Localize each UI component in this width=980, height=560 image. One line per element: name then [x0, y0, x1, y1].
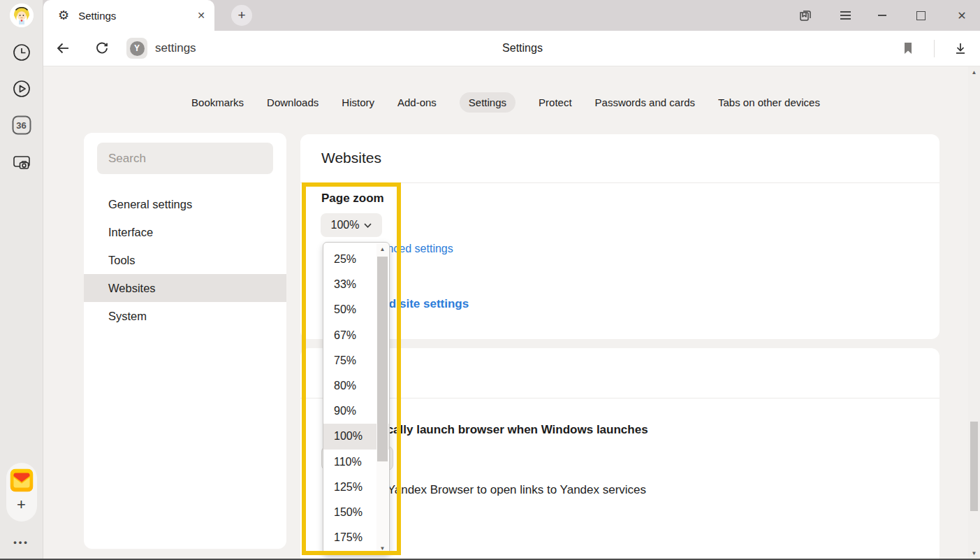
gear-icon: ⚙ — [58, 9, 69, 22]
zoom-option-67[interactable]: 67% — [323, 323, 377, 348]
site-badge[interactable]: Y — [126, 38, 147, 59]
page-scrollbar[interactable]: ▲ ▼ — [968, 66, 980, 559]
yandex-mail-icon[interactable] — [10, 469, 33, 492]
page-zoom-label: Page zoom — [321, 192, 384, 206]
divider — [300, 398, 939, 399]
window-close-button[interactable]: ✕ — [948, 0, 976, 31]
player-icon[interactable] — [12, 79, 31, 99]
zoom-option-33[interactable]: 33% — [323, 272, 377, 297]
toolbar-separator — [934, 40, 935, 57]
page-scroll-up-icon[interactable]: ▲ — [968, 66, 980, 78]
nav-tab-bookmarks[interactable]: Bookmarks — [191, 92, 244, 113]
divider — [300, 182, 939, 183]
side-panel-icon[interactable] — [791, 0, 819, 31]
nav-tab-addons[interactable]: Add-ons — [397, 92, 437, 113]
page-scroll-down-icon[interactable]: ▼ — [968, 547, 980, 559]
zoom-option-175[interactable]: 175% — [323, 525, 377, 550]
dropdown-scroll-thumb[interactable] — [377, 257, 388, 461]
zoom-options-list: 25% 33% 50% 67% 75% 80% 90% 100% 110% 12… — [323, 247, 377, 550]
settings-side-panel: General settings Interface Tools Website… — [84, 133, 286, 549]
tab-count: 36 — [16, 120, 26, 131]
toolbar-page-title: Settings — [418, 42, 627, 55]
tab-bar: ⚙ Settings ✕ + ✕ — [43, 0, 980, 31]
browser-tab-settings[interactable]: ⚙ Settings ✕ — [43, 0, 214, 31]
menu-icon[interactable] — [831, 0, 859, 31]
zoom-option-80[interactable]: 80% — [323, 373, 377, 399]
browser-window: 36 + ••• ⚙ — [0, 0, 980, 560]
bookmark-icon[interactable] — [902, 41, 914, 55]
screenshot-icon[interactable] — [11, 152, 32, 172]
chevron-down-icon — [364, 223, 372, 228]
avatar — [10, 3, 34, 27]
tab-title: Settings — [78, 10, 116, 22]
refresh-button[interactable] — [95, 41, 109, 55]
zoom-option-50[interactable]: 50% — [323, 297, 377, 322]
system-section-card: Automatically launch browser when Window… — [300, 348, 939, 560]
minimize-button[interactable] — [868, 0, 896, 31]
sidebar-item-interface[interactable]: Interface — [84, 218, 286, 246]
nav-tab-history[interactable]: History — [342, 92, 374, 113]
url-text[interactable]: settings — [155, 41, 196, 55]
download-icon[interactable] — [953, 41, 967, 55]
rail-more-button[interactable]: ••• — [13, 537, 29, 547]
nav-tab-passwords[interactable]: Passwords and cards — [595, 92, 695, 113]
left-rail: 36 + ••• — [0, 0, 43, 560]
sidebar-item-general[interactable]: General settings — [84, 190, 286, 218]
search-input[interactable] — [97, 143, 273, 174]
page-scroll-thumb[interactable] — [970, 422, 978, 511]
nav-tab-protect[interactable]: Protect — [539, 92, 572, 113]
settings-nav-tabs: Bookmarks Downloads History Add-ons Sett… — [43, 89, 968, 115]
history-icon[interactable] — [12, 43, 31, 62]
profile-avatar[interactable] — [10, 3, 34, 27]
nav-tab-downloads[interactable]: Downloads — [267, 92, 319, 113]
page-zoom-dropdown: 25% 33% 50% 67% 75% 80% 90% 100% 110% 12… — [323, 242, 390, 555]
zoom-option-75[interactable]: 75% — [323, 348, 377, 373]
zoom-option-90[interactable]: 90% — [323, 399, 377, 424]
tab-close-icon[interactable]: ✕ — [197, 10, 205, 21]
maximize-button[interactable] — [907, 0, 935, 31]
nav-tab-settings[interactable]: Settings — [460, 92, 515, 113]
nav-tab-other-devices[interactable]: Tabs on other devices — [718, 92, 820, 113]
page-zoom-value: 100% — [331, 219, 360, 231]
add-app-button[interactable]: + — [12, 495, 31, 515]
sidebar-item-websites[interactable]: Websites — [84, 274, 286, 302]
sidebar-item-system[interactable]: System — [84, 302, 286, 330]
zoom-option-125[interactable]: 125% — [323, 475, 377, 500]
zoom-option-110[interactable]: 110% — [323, 450, 377, 475]
back-button[interactable] — [55, 41, 71, 55]
open-links-label: Use Yandex Browser to open links to Yand… — [363, 483, 646, 497]
websites-section-card: Websites Page zoom 100% Advanced setting… — [300, 134, 939, 339]
settings-section-list: General settings Interface Tools Website… — [84, 190, 286, 330]
sidebar-item-tools[interactable]: Tools — [84, 246, 286, 274]
scroll-down-icon[interactable]: ▼ — [376, 543, 388, 554]
yandex-y-icon: Y — [130, 41, 145, 56]
section-title: Websites — [321, 150, 381, 166]
tab-counter-badge[interactable]: 36 — [12, 116, 31, 135]
zoom-option-25[interactable]: 25% — [323, 247, 377, 272]
zoom-option-150[interactable]: 150% — [323, 500, 377, 525]
page-zoom-select[interactable]: 100% — [321, 213, 382, 237]
address-toolbar: Y settings Settings — [43, 31, 980, 66]
new-tab-button[interactable]: + — [231, 5, 252, 26]
dropdown-scrollbar[interactable]: ▲ ▼ — [376, 243, 388, 554]
scroll-up-icon[interactable]: ▲ — [376, 243, 388, 254]
